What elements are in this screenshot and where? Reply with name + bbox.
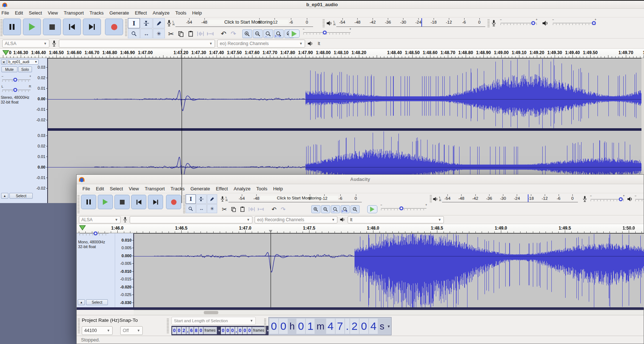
playback-volume-slider[interactable]: −+ <box>553 20 596 26</box>
digit-cell[interactable]: 0 <box>360 319 368 334</box>
copy-button[interactable] <box>176 29 185 38</box>
menu-tools[interactable]: Tools <box>173 9 189 17</box>
play-speed-knob[interactable] <box>323 31 327 35</box>
digit-cell[interactable]: 2 <box>182 327 186 334</box>
menu-analyze[interactable]: Analyze <box>150 9 172 17</box>
pause-button[interactable] <box>3 19 21 35</box>
playback-meter[interactable]: LR -54-48-42-36-30-24-18-12-60 <box>433 194 578 204</box>
waveform-mono[interactable] <box>134 233 644 307</box>
zoom-in-button[interactable] <box>242 29 252 38</box>
stop-button[interactable] <box>114 195 130 209</box>
silence-audio-button[interactable] <box>206 29 215 38</box>
selection-tool-button[interactable]: I <box>128 18 140 28</box>
snap-to-select[interactable]: Off▼ <box>120 326 143 335</box>
playback-device-select[interactable]: lt <box>316 40 370 48</box>
record-button[interactable] <box>105 19 123 35</box>
menu-select[interactable]: Select <box>107 185 126 193</box>
toolbar-grip[interactable] <box>78 318 80 333</box>
solo-button[interactable]: Solo <box>18 66 32 72</box>
silence-audio-button[interactable] <box>256 205 265 214</box>
record-volume-knob[interactable] <box>619 197 623 201</box>
menu-view[interactable]: View <box>126 185 142 193</box>
selection-mode-select[interactable]: Start and Length of Selection▼ <box>171 317 256 325</box>
menu-tracks[interactable]: Tracks <box>87 9 107 17</box>
digit-cell[interactable]: 0 <box>172 327 177 334</box>
record-volume-slider[interactable]: −+ <box>501 20 537 26</box>
paste-button[interactable] <box>186 29 195 38</box>
mute-button[interactable]: Mute <box>1 66 17 72</box>
menu-edit[interactable]: Edit <box>93 185 107 193</box>
track-collapse-button[interactable]: ▲ <box>1 193 8 199</box>
zoom-fit-button[interactable]: ⊢⊣ <box>341 205 350 213</box>
trim-audio-button[interactable] <box>247 205 256 214</box>
playback-meter[interactable]: LR -54-48-42-36-30-24-18-12-60 <box>326 18 485 28</box>
menu-help[interactable]: Help <box>270 185 286 193</box>
zoom-tool-button[interactable] <box>128 29 140 39</box>
track-gain-slider[interactable]: −+ <box>2 77 31 83</box>
zoom-in-button[interactable] <box>311 205 320 213</box>
cut-button[interactable]: ✂ <box>166 29 175 38</box>
menu-generate[interactable]: Generate <box>187 185 213 193</box>
paste-button[interactable] <box>238 205 247 214</box>
scrollbar-thumb[interactable] <box>204 311 218 314</box>
play-speed-slider[interactable]: −+ <box>303 30 351 36</box>
envelope-tool-button[interactable] <box>196 194 206 204</box>
toolbar-grip[interactable] <box>183 195 185 214</box>
menu-view[interactable]: View <box>45 9 61 17</box>
undo-button[interactable]: ↶ <box>219 29 228 38</box>
digit-cell[interactable]: 7 <box>336 319 344 334</box>
digit-cell[interactable]: 0 <box>243 327 247 334</box>
timeline-ruler[interactable]: 01:46.301:46.401:46.501:46.601:46.701:46… <box>0 49 644 58</box>
track-pan-slider[interactable] <box>80 231 109 236</box>
timeline-pin-icon[interactable] <box>79 225 86 231</box>
track-select-button[interactable]: Select <box>9 193 33 199</box>
redo-button[interactable]: ↷ <box>279 205 287 214</box>
zoom-out-button[interactable] <box>321 205 330 213</box>
digit-cell[interactable]: 0 <box>230 327 235 334</box>
zoom-selection-button[interactable]: ↔ <box>331 205 340 213</box>
menu-file[interactable]: File <box>0 9 12 17</box>
track-close-button[interactable]: ✕ <box>1 59 7 65</box>
menu-effect[interactable]: Effect <box>132 9 150 17</box>
record-volume-knob[interactable] <box>531 21 535 25</box>
zoom-fit-button[interactable]: ⊢⊣ <box>274 29 284 38</box>
play-button[interactable] <box>23 19 41 35</box>
play-at-speed-button[interactable] <box>367 205 377 213</box>
digit-cell[interactable]: 4 <box>326 319 335 334</box>
digit-cell[interactable]: 1 <box>306 319 315 334</box>
track-select-button[interactable]: Select <box>86 299 108 305</box>
playback-volume-slider[interactable]: − <box>635 197 644 202</box>
digit-cell[interactable]: 0 <box>199 327 203 334</box>
menu-generate[interactable]: Generate <box>106 9 132 17</box>
titlebar[interactable]: Audacity <box>77 175 644 184</box>
menu-help[interactable]: Help <box>189 9 205 17</box>
skip-to-start-button[interactable] <box>131 195 146 209</box>
menu-tools[interactable]: Tools <box>254 185 270 193</box>
multi-tool-button[interactable]: ✳ <box>153 29 165 39</box>
selection-tool-button[interactable]: I <box>186 194 196 204</box>
digit-cell[interactable]: 0 <box>226 327 230 334</box>
digit-cell[interactable]: 8 <box>194 327 198 334</box>
time-shift-tool-button[interactable]: ↔ <box>196 204 206 213</box>
pause-button[interactable] <box>81 195 96 209</box>
envelope-tool-button[interactable] <box>140 18 152 28</box>
skip-to-start-button[interactable] <box>63 19 81 35</box>
audio-position-display[interactable]: 00h01m47.204s▼ <box>268 317 392 335</box>
menu-tracks[interactable]: Tracks <box>168 185 188 193</box>
copy-button[interactable] <box>229 205 238 214</box>
horizontal-scrollbar[interactable] <box>134 310 644 315</box>
selection-length-counter[interactable]: 000,000frames▼ <box>220 326 271 335</box>
record-volume-slider[interactable]: −+ <box>591 197 624 202</box>
cut-button[interactable]: ✂ <box>220 205 228 214</box>
play-speed-slider[interactable]: −+ <box>381 206 426 211</box>
menu-transport[interactable]: Transport <box>61 9 86 17</box>
track-collapse-button[interactable]: ▲ <box>78 299 85 305</box>
digit-cell[interactable]: 0 <box>221 327 225 334</box>
zoom-out-button[interactable] <box>253 29 263 38</box>
draw-tool-button[interactable] <box>207 194 217 204</box>
play-speed-knob[interactable] <box>400 206 404 210</box>
audio-host-select[interactable]: ALSA▼ <box>79 216 121 223</box>
playback-device-select[interactable]: lt▼ <box>348 216 444 223</box>
digit-cell[interactable]: 0 <box>238 327 242 334</box>
redo-button[interactable]: ↷ <box>229 29 238 38</box>
